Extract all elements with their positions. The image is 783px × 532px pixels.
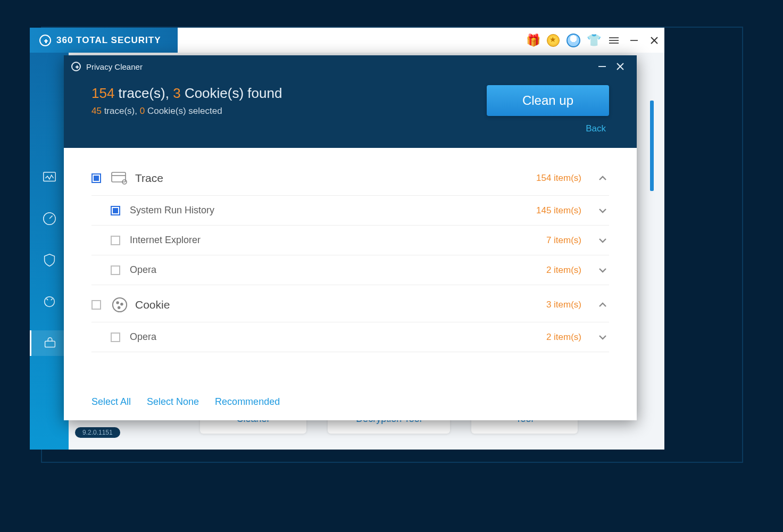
sel-cookies-label: Cookie(s) selected [145,106,222,116]
group-label: Trace [135,172,536,185]
cookies-count: 3 [173,85,180,101]
svg-line-4 [49,215,53,219]
svg-point-15 [118,306,120,308]
summary-main: 154 trace(s), 3 Cookie(s) found [91,85,487,102]
svg-point-13 [116,302,118,303]
sidebar [30,53,69,450]
version-pill: 9.2.0.1151 [75,427,120,438]
modal-minimize-button[interactable] [593,55,611,78]
sel-cookies-count: 0 [140,106,145,116]
item-label: Opera [130,264,546,276]
app-header: 360 TOTAL SECURITY 🎁 👕 [30,28,664,53]
modal-footer: Select All Select None Recommended [64,389,637,420]
svg-point-14 [121,303,122,304]
item-label: Opera [130,331,546,343]
summary-text: 154 trace(s), 3 Cookie(s) found 45 trace… [91,85,487,117]
checkbox-internet-explorer[interactable] [111,236,120,245]
group-cookie: Cookie 3 item(s) [91,287,609,322]
sidebar-item-monitor[interactable] [30,164,69,190]
recommended-link[interactable]: Recommended [215,396,280,408]
checkbox-cookie[interactable] [91,300,101,310]
item-opera-trace: Opera 2 item(s) [91,255,609,285]
select-none-link[interactable]: Select None [147,396,199,408]
sel-traces-label: trace(s), [102,106,140,116]
svg-point-5 [44,297,54,307]
minimize-button[interactable] [624,28,644,53]
modal-body: Trace 154 item(s) System Run History 145… [64,148,637,389]
brand: 360 TOTAL SECURITY [30,28,178,53]
checkbox-system-run-history[interactable] [111,206,120,215]
chevron-down-icon[interactable] [596,206,609,215]
profile-icon[interactable] [563,28,584,53]
back-link[interactable]: Back [487,123,609,134]
checkbox-opera-trace[interactable] [111,265,120,275]
modal-title: Privacy Cleaner [86,62,143,71]
item-count: 2 item(s) [546,332,581,343]
group-label: Cookie [135,298,546,311]
traces-label: trace(s), [114,85,173,101]
item-label: Internet Explorer [130,235,546,246]
privacy-cleaner-modal: Privacy Cleaner 154 trace(s), 3 Cookie(s… [64,55,637,420]
item-system-run-history: System Run History 145 item(s) [91,196,609,226]
checkbox-opera-cookie[interactable] [111,332,120,342]
item-label: System Run History [130,205,536,216]
cookies-label: Cookie(s) found [181,85,282,101]
chevron-down-icon[interactable] [596,236,609,245]
gift-icon[interactable]: 🎁 [523,28,543,53]
modal-close-button[interactable] [611,55,629,78]
sidebar-item-clean[interactable] [30,289,69,314]
item-opera-cookie: Opera 2 item(s) [91,322,609,352]
group-count: 154 item(s) [536,173,581,184]
medal-icon[interactable] [543,28,563,53]
item-count: 7 item(s) [546,235,581,246]
item-internet-explorer: Internet Explorer 7 item(s) [91,226,609,255]
svg-point-12 [113,297,127,311]
scrollbar-indicator[interactable] [650,101,654,191]
item-count: 2 item(s) [546,265,581,276]
chevron-up-icon[interactable] [596,173,609,183]
group-count: 3 item(s) [546,300,581,310]
modal-logo-icon [71,62,81,71]
select-all-link[interactable]: Select All [91,396,131,408]
brand-text: 360 TOTAL SECURITY [56,35,161,46]
summary-sub: 45 trace(s), 0 Cookie(s) selected [91,106,487,117]
chevron-down-icon[interactable] [596,332,609,342]
menu-icon[interactable] [604,28,624,53]
cleanup-button[interactable]: Clean up [487,85,609,116]
group-trace: Trace 154 item(s) [91,161,609,196]
close-button[interactable] [644,28,664,53]
svg-rect-6 [45,341,55,347]
summary-actions: Clean up Back [487,85,609,134]
trace-icon [111,171,129,185]
sidebar-item-toolbox[interactable] [30,330,69,356]
brand-logo-icon [39,35,51,46]
sel-traces-count: 45 [91,106,102,116]
item-count: 145 item(s) [536,205,581,216]
chevron-up-icon[interactable] [596,300,609,310]
chevron-down-icon[interactable] [596,265,609,275]
tshirt-icon[interactable]: 👕 [584,28,604,53]
traces-count: 154 [91,85,114,101]
sidebar-item-speedup[interactable] [30,206,69,231]
cookie-icon [111,298,129,312]
sidebar-item-shield[interactable] [30,247,69,273]
modal-titlebar: Privacy Cleaner [64,55,637,78]
modal-summary: 154 trace(s), 3 Cookie(s) found 45 trace… [64,78,637,148]
checkbox-trace[interactable] [91,173,101,183]
